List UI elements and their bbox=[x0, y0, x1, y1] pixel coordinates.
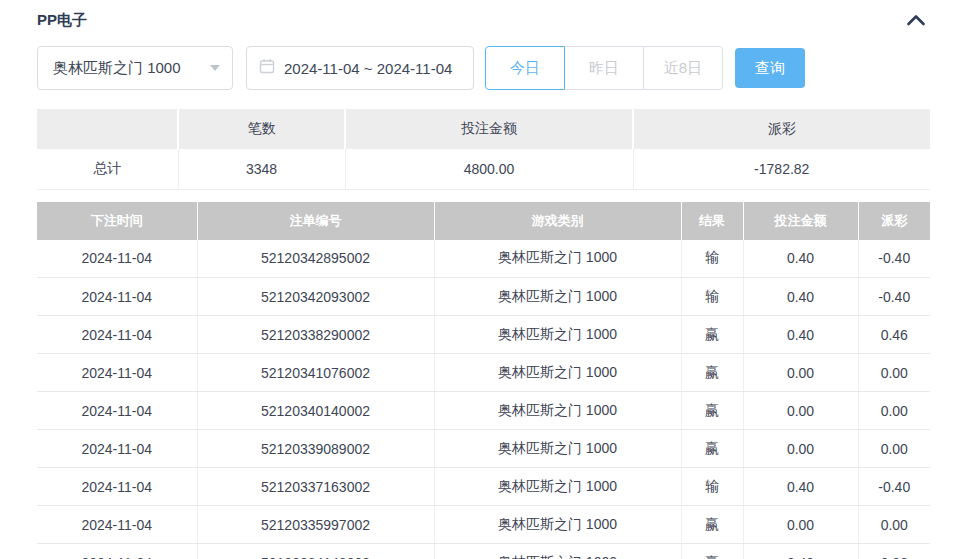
cell-bet-date: 2024-11-04 bbox=[37, 468, 197, 506]
cell-payout: 0.00 bbox=[858, 354, 930, 392]
cell-bet-amount: 0.40 bbox=[743, 316, 858, 354]
date-range-value: 2024-11-04 ~ 2024-11-04 bbox=[284, 60, 452, 77]
table-row: 2024-11-04 52120338290002 奥林匹斯之门 1000 赢 … bbox=[37, 316, 930, 354]
cell-game-type: 奥林匹斯之门 1000 bbox=[434, 544, 681, 559]
cell-game-type: 奥林匹斯之门 1000 bbox=[434, 278, 681, 316]
table-row: 2024-11-04 52120341076002 奥林匹斯之门 1000 赢 … bbox=[37, 354, 930, 392]
cell-bet-amount: 0.00 bbox=[743, 354, 858, 392]
panel-title: PP电子 bbox=[37, 11, 87, 30]
cell-payout: 0.00 bbox=[858, 506, 930, 544]
cell-bet-date: 2024-11-04 bbox=[37, 354, 197, 392]
cell-result: 赢 bbox=[681, 316, 743, 354]
cell-bet-id: 52120339089002 bbox=[197, 430, 434, 468]
bets-header-row: 下注时间 注单编号 游戏类别 结果 投注金额 派彩 bbox=[37, 202, 930, 240]
bets-header-bet-id: 注单编号 bbox=[197, 202, 434, 240]
bets-header-payout: 派彩 bbox=[858, 202, 930, 240]
summary-header-count: 笔数 bbox=[178, 109, 345, 149]
cell-bet-id: 52120334142002 bbox=[197, 544, 434, 559]
cell-bet-date: 2024-11-04 bbox=[37, 392, 197, 430]
cell-bet-amount: 0.40 bbox=[743, 240, 858, 278]
yesterday-button[interactable]: 昨日 bbox=[564, 46, 644, 90]
cell-payout: 0.46 bbox=[858, 316, 930, 354]
caret-down-icon bbox=[210, 65, 220, 71]
cell-bet-amount: 0.40 bbox=[743, 468, 858, 506]
cell-bet-date: 2024-11-04 bbox=[37, 544, 197, 559]
bets-header-bet-time: 下注时间 bbox=[37, 202, 197, 240]
summary-total-bet-amount: 4800.00 bbox=[345, 149, 633, 189]
table-row: 2024-11-04 52120334142002 奥林匹斯之门 1000 赢 … bbox=[37, 544, 930, 559]
filter-bar: 奥林匹斯之门 1000 2024-11-04 ~ 2024-11-04 今日 昨… bbox=[37, 46, 930, 90]
cell-bet-id: 52120342093002 bbox=[197, 278, 434, 316]
cell-bet-date: 2024-11-04 bbox=[37, 506, 197, 544]
cell-game-type: 奥林匹斯之门 1000 bbox=[434, 468, 681, 506]
table-row: 2024-11-04 52120337163002 奥林匹斯之门 1000 输 … bbox=[37, 468, 930, 506]
game-select-value: 奥林匹斯之门 1000 bbox=[53, 59, 210, 78]
cell-result: 赢 bbox=[681, 354, 743, 392]
cell-bet-date: 2024-11-04 bbox=[37, 316, 197, 354]
cell-result: 赢 bbox=[681, 506, 743, 544]
cell-bet-date: 2024-11-04 bbox=[37, 278, 197, 316]
cell-game-type: 奥林匹斯之门 1000 bbox=[434, 240, 681, 278]
summary-total-row: 总计 3348 4800.00 -1782.82 bbox=[37, 149, 930, 189]
cell-game-type: 奥林匹斯之门 1000 bbox=[434, 392, 681, 430]
cell-bet-amount: 0.00 bbox=[743, 506, 858, 544]
chevron-up-icon bbox=[906, 14, 926, 29]
cell-result: 赢 bbox=[681, 544, 743, 559]
collapse-button[interactable] bbox=[902, 12, 930, 28]
cell-bet-id: 52120341076002 bbox=[197, 354, 434, 392]
summary-total-label: 总计 bbox=[37, 149, 178, 189]
bets-table: 下注时间 注单编号 游戏类别 结果 投注金额 派彩 2024-11-04 521… bbox=[37, 202, 930, 559]
cell-game-type: 奥林匹斯之门 1000 bbox=[434, 354, 681, 392]
cell-result: 输 bbox=[681, 468, 743, 506]
cell-payout: 0.00 bbox=[858, 392, 930, 430]
table-row: 2024-11-04 52120339089002 奥林匹斯之门 1000 赢 … bbox=[37, 430, 930, 468]
cell-result: 输 bbox=[681, 278, 743, 316]
summary-header-payout: 派彩 bbox=[633, 109, 930, 149]
date-range-input[interactable]: 2024-11-04 ~ 2024-11-04 bbox=[246, 46, 474, 90]
summary-header-empty bbox=[37, 109, 178, 149]
cell-payout: 0.00 bbox=[858, 430, 930, 468]
calendar-icon bbox=[259, 58, 275, 78]
bets-header-result: 结果 bbox=[681, 202, 743, 240]
game-select[interactable]: 奥林匹斯之门 1000 bbox=[37, 46, 233, 90]
quick-date-button-group: 今日 昨日 近8日 bbox=[485, 46, 723, 90]
cell-bet-id: 52120338290002 bbox=[197, 316, 434, 354]
summary-table: 笔数 投注金额 派彩 总计 3348 4800.00 -1782.82 bbox=[37, 109, 930, 190]
cell-result: 赢 bbox=[681, 430, 743, 468]
panel-pp-electronic: PP电子 奥林匹斯之门 1000 2024-11-04 ~ bbox=[0, 0, 966, 559]
cell-game-type: 奥林匹斯之门 1000 bbox=[434, 506, 681, 544]
summary-total-payout: -1782.82 bbox=[633, 149, 930, 189]
cell-result: 赢 bbox=[681, 392, 743, 430]
table-row: 2024-11-04 52120335997002 奥林匹斯之门 1000 赢 … bbox=[37, 506, 930, 544]
bets-table-body: 2024-11-04 52120342895002 奥林匹斯之门 1000 输 … bbox=[37, 240, 930, 559]
query-button[interactable]: 查询 bbox=[735, 48, 805, 88]
summary-header-row: 笔数 投注金额 派彩 bbox=[37, 109, 930, 149]
cell-payout: 0.06 bbox=[858, 544, 930, 559]
table-row: 2024-11-04 52120342895002 奥林匹斯之门 1000 输 … bbox=[37, 240, 930, 278]
cell-bet-id: 52120335997002 bbox=[197, 506, 434, 544]
cell-result: 输 bbox=[681, 240, 743, 278]
summary-header-bet-amount: 投注金额 bbox=[345, 109, 633, 149]
cell-payout: -0.40 bbox=[858, 278, 930, 316]
cell-bet-id: 52120342895002 bbox=[197, 240, 434, 278]
cell-bet-amount: 0.40 bbox=[743, 278, 858, 316]
cell-bet-amount: 0.00 bbox=[743, 392, 858, 430]
cell-bet-amount: 0.40 bbox=[743, 544, 858, 559]
cell-bet-id: 52120337163002 bbox=[197, 468, 434, 506]
cell-game-type: 奥林匹斯之门 1000 bbox=[434, 430, 681, 468]
cell-game-type: 奥林匹斯之门 1000 bbox=[434, 316, 681, 354]
cell-bet-id: 52120340140002 bbox=[197, 392, 434, 430]
today-button[interactable]: 今日 bbox=[485, 46, 565, 90]
cell-payout: -0.40 bbox=[858, 468, 930, 506]
bets-header-game-type: 游戏类别 bbox=[434, 202, 681, 240]
panel-header: PP电子 bbox=[37, 8, 930, 32]
cell-payout: -0.40 bbox=[858, 240, 930, 278]
cell-bet-amount: 0.00 bbox=[743, 430, 858, 468]
cell-bet-date: 2024-11-04 bbox=[37, 240, 197, 278]
table-row: 2024-11-04 52120342093002 奥林匹斯之门 1000 输 … bbox=[37, 278, 930, 316]
last-8-days-button[interactable]: 近8日 bbox=[643, 46, 723, 90]
summary-total-count: 3348 bbox=[178, 149, 345, 189]
cell-bet-date: 2024-11-04 bbox=[37, 430, 197, 468]
table-row: 2024-11-04 52120340140002 奥林匹斯之门 1000 赢 … bbox=[37, 392, 930, 430]
bets-header-bet-amount: 投注金额 bbox=[743, 202, 858, 240]
